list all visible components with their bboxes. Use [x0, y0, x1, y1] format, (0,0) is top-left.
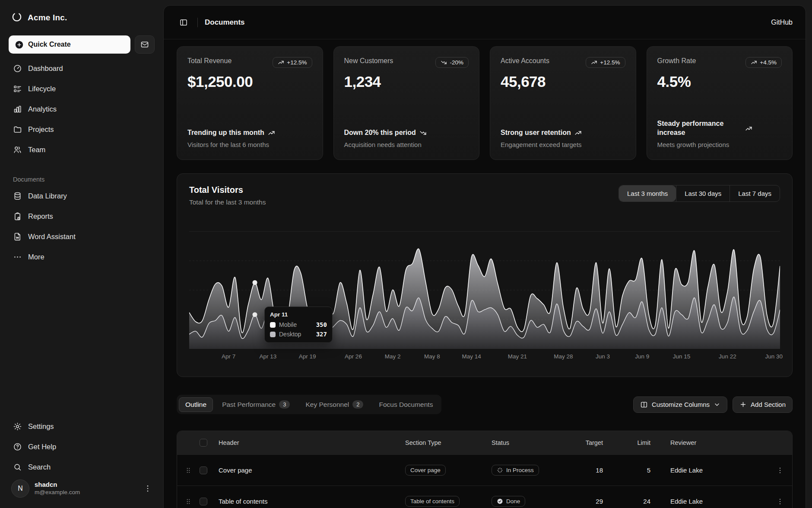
users-icon [13, 145, 22, 154]
sidebar-item-projects[interactable]: Projects [8, 121, 155, 138]
col-target: Target [574, 439, 612, 446]
tab-focus-documents[interactable]: Focus Documents [372, 397, 439, 412]
badge-value: +12.5% [600, 59, 620, 66]
grip-vertical-icon [184, 466, 192, 474]
trend-badge: -20% [435, 57, 469, 68]
col-status: Status [492, 439, 574, 446]
limit-cell[interactable]: 24 [612, 498, 660, 505]
row-checkbox[interactable] [200, 498, 207, 505]
stat-card-new-customers: New Customers -20% 1,234 Down 20% this p… [333, 46, 480, 160]
tab-outline[interactable]: Outline [179, 397, 213, 412]
tab-past-performance[interactable]: Past Performance3 [216, 397, 296, 412]
limit-cell[interactable]: 5 [612, 466, 660, 474]
sidebar: Acme Inc. Quick Create Dashboard [0, 0, 163, 508]
quick-create-button[interactable]: Quick Create [9, 35, 130, 54]
x-tick-label: May 21 [508, 353, 527, 360]
row-checkbox[interactable] [200, 466, 207, 474]
topbar: Documents GitHub [164, 6, 806, 39]
x-tick-label: Jun 22 [719, 353, 736, 360]
user-meta: shadcn m@example.com [35, 481, 138, 496]
sidebar-item-dashboard[interactable]: Dashboard [8, 60, 155, 77]
file-word-icon [13, 232, 22, 241]
row-header-cell[interactable]: Table of contents [219, 498, 405, 505]
tooltip-row-mobile: Mobile 350 [270, 321, 327, 328]
range-last-30-days[interactable]: Last 30 days [676, 185, 730, 201]
stat-cards: Total Revenue +12.5% $1,250.00 Trending … [177, 46, 793, 160]
sidebar-item-team[interactable]: Team [8, 141, 155, 159]
x-tick-label: May 14 [462, 353, 481, 360]
stat-value: $1,250.00 [187, 73, 312, 90]
drag-handle[interactable] [177, 498, 200, 505]
grip-vertical-icon [184, 498, 192, 505]
tab-key-personnel[interactable]: Key Personnel2 [299, 397, 370, 412]
x-tick-label: Jun 9 [635, 353, 649, 360]
sidebar-item-search[interactable]: Search [8, 458, 155, 476]
sidebar-item-analytics[interactable]: Analytics [8, 100, 155, 118]
status-badge: Done [492, 496, 525, 507]
drag-handle[interactable] [177, 466, 200, 474]
add-section-button[interactable]: Add Section [733, 396, 793, 413]
gauge-icon [13, 64, 22, 73]
select-all-checkbox[interactable] [200, 439, 207, 447]
row-menu-button[interactable] [776, 498, 784, 505]
tooltip-series-value: 350 [316, 321, 327, 328]
sidebar-item-more[interactable]: More [8, 248, 155, 266]
sidebar-item-lifecycle[interactable]: Lifecycle [8, 80, 155, 98]
reviewer-cell[interactable]: Eddie Lake [660, 466, 768, 474]
x-tick-label: May 28 [554, 353, 573, 360]
footer-title: Trending up this month [187, 128, 264, 137]
user-menu-button[interactable] [143, 484, 152, 493]
status-badge: In Process [492, 465, 539, 476]
table-row[interactable]: Cover page Cover page In Process 18 5 Ed… [177, 454, 792, 486]
check-circle-icon [497, 498, 503, 505]
chevron-down-icon [714, 401, 720, 408]
sidebar-item-label: Data Library [28, 192, 67, 200]
content: Total Revenue +12.5% $1,250.00 Trending … [164, 39, 806, 508]
row-menu-button[interactable] [776, 466, 784, 474]
row-header-cell[interactable]: Cover page [219, 466, 405, 474]
stat-value: 4.5% [657, 73, 782, 90]
tooltip-series-name: Mobile [279, 321, 313, 328]
trending-up-icon [745, 125, 752, 132]
footer-sub: Acquisition needs attention [344, 141, 469, 148]
reviewer-cell[interactable]: Eddie Lake [660, 498, 768, 505]
range-last-7-days[interactable]: Last 7 days [730, 185, 780, 201]
customize-columns-button[interactable]: Customize Columns [633, 396, 727, 413]
list-details-icon [13, 84, 22, 93]
col-section-type: Section Type [405, 439, 492, 446]
brand[interactable]: Acme Inc. [8, 9, 155, 24]
sidebar-item-label: Search [28, 463, 51, 471]
stat-value: 1,234 [344, 73, 469, 90]
sidebar-item-data-library[interactable]: Data Library [8, 187, 155, 205]
sidebar-item-label: Dashboard [28, 64, 63, 73]
sidebar-item-word-assistant[interactable]: Word Assistant [8, 228, 155, 246]
folder-icon [13, 125, 22, 134]
sidebar-item-reports[interactable]: Reports [8, 208, 155, 225]
button-label: Add Section [751, 401, 786, 408]
trend-badge: +12.5% [586, 57, 625, 68]
stat-label: New Customers [344, 57, 393, 65]
dots-vertical-icon [143, 484, 152, 493]
inbox-button[interactable] [135, 35, 155, 54]
sidebar-toggle-button[interactable] [177, 16, 190, 29]
range-last-3-months[interactable]: Last 3 months [619, 185, 676, 201]
user-menu[interactable]: N shadcn m@example.com [8, 476, 155, 501]
mobile-swatch [270, 322, 276, 328]
page-title: Documents [205, 18, 245, 27]
bar-chart-icon [13, 105, 22, 114]
target-cell[interactable]: 18 [574, 466, 612, 474]
table-row[interactable]: Table of contents Table of contents Done… [177, 486, 792, 508]
section-type-badge: Table of contents [405, 496, 460, 507]
ellipsis-icon [13, 252, 22, 262]
target-cell[interactable]: 29 [574, 498, 612, 505]
trending-down-icon [441, 59, 447, 66]
trend-badge: +12.5% [273, 57, 312, 68]
sidebar-section-documents-label: Documents [13, 176, 150, 183]
github-link[interactable]: GitHub [771, 19, 793, 26]
trending-up-icon [574, 129, 582, 137]
status-label: In Process [506, 467, 534, 473]
sidebar-item-settings[interactable]: Settings [8, 418, 155, 435]
sidebar-item-get-help[interactable]: Get Help [8, 438, 155, 456]
tab-label: Outline [185, 401, 206, 409]
app-root: Acme Inc. Quick Create Dashboard [0, 0, 812, 508]
